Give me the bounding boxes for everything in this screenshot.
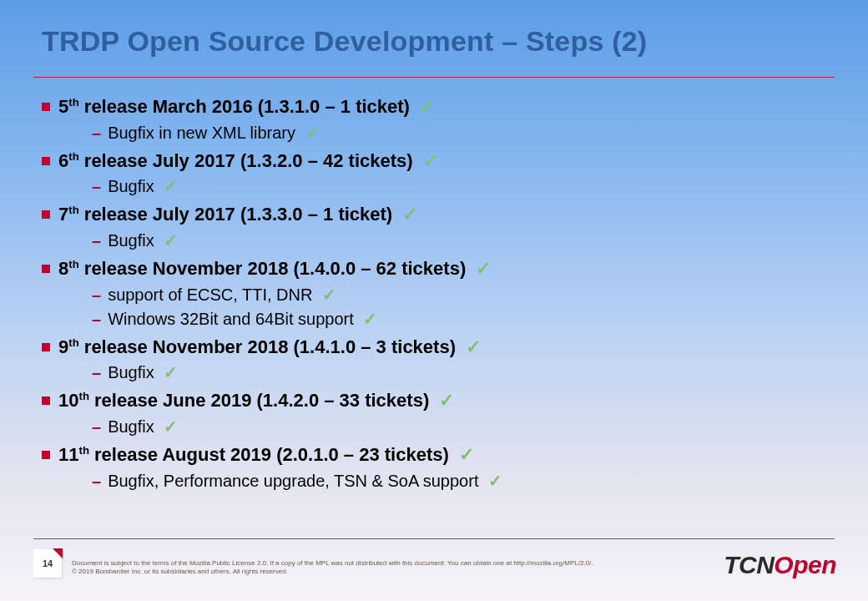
ordinal-number: 11 [58, 444, 78, 465]
release-text: release June 2019 (1.4.2.0 – 33 tickets) [89, 390, 434, 411]
footnote-line-2: © 2019 Bombardier Inc. or its subsidiari… [72, 568, 288, 575]
ordinal-number: 10 [58, 390, 78, 411]
release-sublist: –Bugfix, Performance upgrade, TSN & SoA … [92, 469, 835, 493]
dash-bullet-icon: – [92, 177, 101, 195]
checkmark-icon: ✓ [164, 174, 178, 199]
square-bullet-icon [42, 343, 50, 351]
checkmark-icon: ✓ [459, 442, 474, 467]
dash-bullet-icon: – [92, 363, 101, 381]
sub-item-text: Bugfix, Performance upgrade, TSN & SoA s… [108, 472, 483, 490]
checkmark-icon: ✓ [402, 202, 417, 227]
sub-item-text: Bugfix [108, 417, 159, 436]
sub-item-text: Bugfix [108, 177, 159, 195]
dash-bullet-icon: – [92, 310, 101, 328]
release-sub-item: –Bugfix ✓ [92, 229, 835, 253]
checkmark-icon: ✓ [322, 283, 336, 307]
tcnopen-logo: TCNOpen [724, 551, 836, 579]
title-divider [33, 77, 835, 78]
release-sub-item: –Bugfix ✓ [92, 174, 835, 199]
ordinal-number: 7 [58, 204, 68, 225]
ordinal-suffix: th [68, 258, 78, 270]
release-text: release July 2017 (1.3.3.0 – 1 ticket) [79, 204, 398, 225]
square-bullet-icon [42, 157, 50, 165]
logo-part-tcn: TCN [724, 551, 774, 578]
ordinal-number: 8 [58, 258, 68, 279]
sub-item-text: Bugfix in new XML library [108, 124, 300, 142]
square-bullet-icon [42, 396, 50, 405]
square-bullet-icon [42, 265, 50, 273]
release-item: 7th release July 2017 (1.3.3.0 – 1 ticke… [42, 202, 835, 227]
checkmark-icon: ✓ [439, 388, 454, 413]
checkmark-icon: ✓ [466, 335, 481, 360]
release-text: release August 2019 (2.0.1.0 – 23 ticket… [89, 444, 454, 465]
footnote-line-1: Document is subject to the terms of the … [72, 559, 593, 567]
dash-bullet-icon: – [92, 417, 101, 436]
sub-item-text: Bugfix [108, 231, 159, 250]
footnote: Document is subject to the terms of the … [72, 559, 606, 576]
checkmark-icon: ✓ [363, 307, 377, 331]
footer-divider [33, 538, 835, 539]
ordinal-number: 6 [58, 150, 68, 171]
slide-title: TRDP Open Source Development – Steps (2) [42, 25, 647, 58]
release-sub-item: –Bugfix, Performance upgrade, TSN & SoA … [92, 469, 835, 493]
dash-bullet-icon: – [92, 231, 101, 250]
release-item: 6th release July 2017 (1.3.2.0 – 42 tick… [42, 149, 835, 174]
release-sublist: –Bugfix ✓ [92, 229, 835, 253]
ordinal-suffix: th [68, 149, 78, 162]
ordinal-number: 5 [58, 96, 68, 117]
checkmark-icon: ✓ [164, 361, 178, 385]
release-text: release July 2017 (1.3.2.0 – 42 tickets) [79, 150, 418, 171]
dash-bullet-icon: – [92, 124, 101, 142]
ordinal-suffix: th [68, 204, 78, 216]
dash-bullet-icon: – [92, 472, 101, 490]
release-item: 10th release June 2019 (1.4.2.0 – 33 tic… [42, 388, 835, 413]
checkmark-icon: ✓ [164, 415, 178, 439]
release-item: 8th release November 2018 (1.4.0.0 – 62 … [42, 256, 835, 281]
sub-item-text: Bugfix [108, 363, 159, 381]
release-sublist: –Bugfix ✓ [92, 174, 835, 199]
square-bullet-icon [42, 210, 50, 219]
checkmark-icon: ✓ [164, 229, 178, 253]
checkmark-icon: ✓ [476, 256, 491, 281]
checkmark-icon: ✓ [305, 121, 320, 145]
release-text: release November 2018 (1.4.0.0 – 62 tick… [79, 258, 472, 279]
release-text: release March 2016 (1.3.1.0 – 1 ticket) [79, 96, 415, 117]
dash-bullet-icon: – [92, 285, 101, 304]
checkmark-icon: ✓ [420, 94, 435, 119]
release-sublist: –Bugfix in new XML library ✓ [92, 121, 835, 145]
release-item: 11th release August 2019 (2.0.1.0 – 23 t… [42, 442, 835, 467]
release-sub-item: –Bugfix in new XML library ✓ [92, 121, 835, 145]
square-bullet-icon [42, 451, 50, 459]
checkmark-icon: ✓ [423, 149, 438, 174]
release-sublist: –Bugfix ✓ [92, 415, 835, 439]
content-area: 5th release March 2016 (1.3.1.0 – 1 tick… [42, 92, 835, 497]
ordinal-suffix: th [68, 336, 78, 348]
slide: TRDP Open Source Development – Steps (2)… [0, 0, 868, 601]
release-sub-item: –Bugfix ✓ [92, 415, 835, 439]
ordinal-suffix: th [78, 390, 88, 402]
ordinal-number: 9 [58, 336, 68, 357]
ordinal-suffix: th [68, 96, 78, 109]
checkmark-icon: ✓ [488, 469, 502, 493]
sub-item-text: support of ECSC, TTI, DNR [108, 285, 317, 304]
release-item: 9th release November 2018 (1.4.1.0 – 3 t… [42, 335, 835, 360]
release-sublist: –Bugfix ✓ [92, 361, 835, 385]
release-sub-item: –support of ECSC, TTI, DNR ✓ [92, 283, 835, 307]
release-sub-item: –Windows 32Bit and 64Bit support ✓ [92, 307, 835, 331]
sub-item-text: Windows 32Bit and 64Bit support [108, 310, 358, 328]
square-bullet-icon [42, 103, 50, 111]
release-sublist: –support of ECSC, TTI, DNR ✓–Windows 32B… [92, 283, 835, 331]
release-item: 5th release March 2016 (1.3.1.0 – 1 tick… [42, 94, 835, 119]
page-number-badge: 14 [33, 549, 62, 578]
logo-part-open: Open [774, 551, 836, 578]
ordinal-suffix: th [78, 444, 88, 457]
release-sub-item: –Bugfix ✓ [92, 361, 835, 385]
release-text: release November 2018 (1.4.1.0 – 3 ticke… [79, 336, 461, 357]
